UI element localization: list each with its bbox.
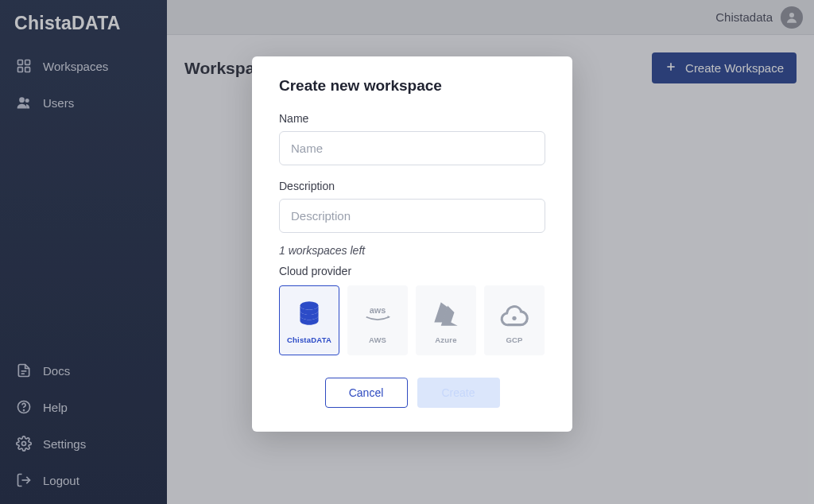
svg-point-17 xyxy=(512,316,516,320)
name-input[interactable] xyxy=(279,131,545,165)
create-button[interactable]: Create xyxy=(417,378,500,408)
description-input[interactable] xyxy=(279,199,545,233)
provider-label: GCP xyxy=(506,335,522,344)
provider-chistadata[interactable]: ChistaDATA xyxy=(279,285,339,355)
workspaces-left-hint: 1 workspaces left xyxy=(279,244,545,257)
name-label: Name xyxy=(279,112,545,125)
gcp-icon xyxy=(498,297,531,331)
create-workspace-modal: Create new workspace Name Description 1 … xyxy=(252,56,572,432)
provider-label: AWS xyxy=(369,335,386,344)
provider-gcp[interactable]: GCP xyxy=(484,285,545,355)
provider-aws[interactable]: aws AWS xyxy=(347,285,408,355)
svg-text:aws: aws xyxy=(370,305,386,315)
aws-icon: aws xyxy=(361,297,394,331)
modal-title: Create new workspace xyxy=(279,77,545,95)
provider-list: ChistaDATA aws AWS Azure GCP xyxy=(279,285,545,355)
cloud-provider-label: Cloud provider xyxy=(279,265,545,277)
azure-icon xyxy=(429,297,463,331)
provider-azure[interactable]: Azure xyxy=(416,285,476,355)
chistadata-icon xyxy=(293,297,326,331)
provider-label: ChistaDATA xyxy=(287,335,331,344)
modal-actions: Cancel Create xyxy=(279,378,545,408)
cancel-button[interactable]: Cancel xyxy=(325,378,408,408)
provider-label: Azure xyxy=(435,335,456,344)
svg-point-15 xyxy=(300,301,318,310)
description-label: Description xyxy=(279,180,545,192)
